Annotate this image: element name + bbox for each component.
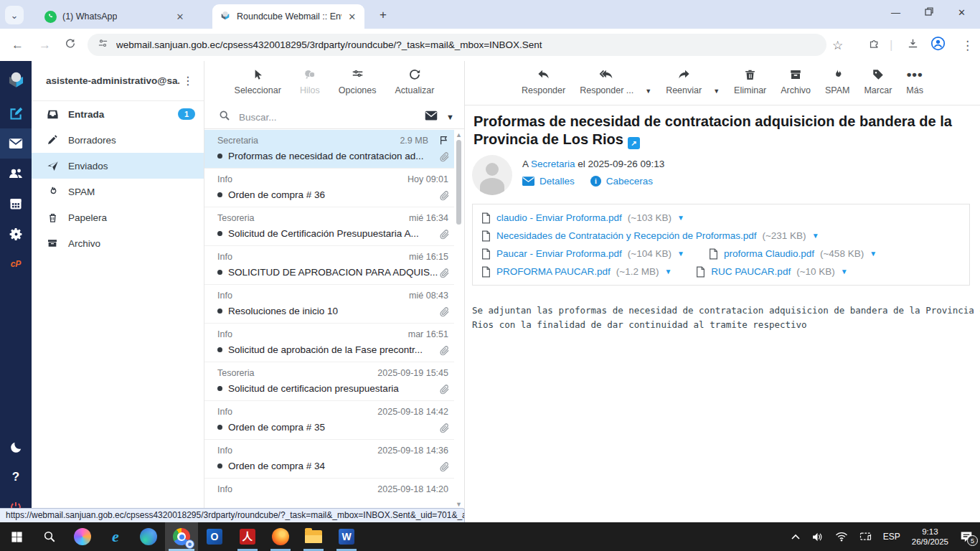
url-text[interactable]: webmail.sanjuan.gob.ec/cpsess4320018295/… — [116, 39, 542, 50]
display-connect-icon[interactable] — [859, 532, 872, 542]
more-button[interactable]: ••• Más — [906, 67, 923, 105]
account-menu-icon[interactable]: ⋮ — [179, 74, 197, 88]
reload-icon[interactable] — [65, 37, 76, 52]
message-row[interactable]: Infomar 16:51 Solicitud de aprobación de… — [204, 324, 454, 362]
mail-icon[interactable] — [0, 128, 32, 159]
language-indicator[interactable]: ESP — [883, 532, 900, 542]
bookmark-star-icon[interactable]: ☆ — [832, 37, 843, 52]
volume-icon[interactable] — [811, 532, 824, 542]
wifi-icon[interactable] — [835, 532, 848, 542]
downloads-icon[interactable] — [907, 37, 919, 53]
help-icon[interactable]: ? — [0, 462, 32, 492]
delete-button[interactable]: Eliminar — [734, 67, 766, 105]
taskbar-acrobat-button[interactable]: 人 — [231, 522, 264, 551]
taskbar-chrome-button[interactable]: ☻ — [165, 522, 198, 551]
search-options-chevron-icon[interactable]: ▼ — [446, 113, 454, 121]
flag-icon[interactable] — [438, 135, 450, 149]
attachment-item[interactable]: proforma Claudio.pdf (~458 KB) ▼ — [709, 248, 877, 260]
tab-close-icon[interactable]: ✕ — [347, 10, 357, 23]
folder-enviados[interactable]: Enviados — [32, 153, 204, 179]
message-row[interactable]: Tesoreria2025-09-19 15:45 Solicitud de c… — [204, 362, 454, 401]
cpanel-icon[interactable]: cP — [0, 249, 32, 279]
attachment-menu-icon[interactable]: ▼ — [677, 250, 684, 258]
taskbar-outlook-button[interactable]: O — [198, 522, 231, 551]
start-button[interactable] — [0, 522, 33, 551]
roundcube-logo[interactable] — [0, 61, 32, 98]
attachment-menu-icon[interactable]: ▼ — [677, 214, 684, 222]
scroll-down-icon[interactable]: ▼ — [456, 501, 462, 508]
site-settings-icon[interactable] — [98, 38, 108, 52]
taskbar-explorer-button[interactable] — [297, 522, 330, 551]
search-bar[interactable]: Buscar... ▼ — [204, 105, 464, 129]
attachment-item[interactable]: PROFORMA PAUCAR.pdf (~1.2 MB) ▼ — [481, 266, 672, 278]
spam-button[interactable]: SPAM — [825, 67, 850, 105]
profile-avatar[interactable] — [930, 36, 946, 55]
internet-explorer-icon[interactable]: e — [99, 522, 132, 551]
mark-button[interactable]: Marcar — [864, 67, 892, 105]
window-close-button[interactable]: ✕ — [958, 7, 966, 18]
tab-close-icon[interactable]: ✕ — [174, 10, 187, 23]
attachment-menu-icon[interactable]: ▼ — [664, 268, 672, 276]
select-button[interactable]: Seleccionar — [235, 67, 281, 105]
folder-borradores[interactable]: Borradores — [32, 127, 204, 153]
refresh-button[interactable]: Actualizar — [395, 67, 435, 105]
reply-all-button[interactable]: Responder ... — [580, 67, 633, 105]
message-row[interactable]: InfoHoy 09:01 Orden de compra # 36 — [204, 169, 454, 207]
settings-gear-icon[interactable] — [0, 219, 32, 249]
headers-toggle[interactable]: i Cabeceras — [590, 176, 653, 187]
calendar-icon[interactable] — [0, 189, 32, 219]
details-toggle[interactable]: Detalles — [522, 176, 575, 187]
copilot-icon[interactable] — [66, 522, 99, 551]
recipient-link[interactable]: Secretaria — [531, 159, 575, 169]
reply-all-dropdown-icon[interactable]: ▼ — [645, 88, 651, 95]
compose-icon[interactable] — [0, 98, 32, 128]
forward-icon[interactable]: → — [39, 38, 51, 52]
message-row[interactable]: Tesoreriamié 16:34 Solicitud de Certific… — [204, 207, 454, 246]
message-row[interactable]: Info2025-09-18 14:36 Orden de compra # 3… — [204, 440, 454, 479]
extensions-icon[interactable] — [868, 37, 880, 53]
folder-papelera[interactable]: Papelera — [32, 204, 204, 230]
attachment-item[interactable]: Necesidades de Contratación y Recepción … — [481, 230, 819, 242]
search-scope-mail-icon[interactable] — [425, 110, 438, 124]
notifications-icon[interactable]: 5 — [960, 531, 973, 542]
archive-button[interactable]: Archivo — [781, 67, 811, 105]
window-restore-button[interactable] — [925, 7, 933, 18]
new-tab-button[interactable]: + — [374, 6, 392, 24]
folder-entrada[interactable]: Entrada 1 — [32, 101, 204, 127]
taskbar-word-button[interactable]: W — [330, 522, 363, 551]
edge-icon[interactable] — [132, 522, 165, 551]
scroll-up-icon[interactable]: ▲ — [456, 131, 462, 138]
forward-dropdown-icon[interactable]: ▼ — [713, 88, 720, 95]
window-minimize-button[interactable]: — — [891, 7, 900, 18]
tab-whatsapp[interactable]: (1) WhatsApp ✕ — [37, 4, 194, 29]
back-icon[interactable]: ← — [11, 38, 24, 52]
options-button[interactable]: Opciones — [339, 67, 377, 105]
attachment-menu-icon[interactable]: ▼ — [812, 232, 819, 240]
attachment-menu-icon[interactable]: ▼ — [870, 250, 877, 258]
tab-roundcube[interactable]: Roundcube Webmail :: Enviados ✕ — [212, 4, 364, 29]
attachment-menu-icon[interactable]: ▼ — [841, 268, 848, 276]
taskbar-firefox-button[interactable] — [264, 522, 297, 551]
threads-button[interactable]: Hilos — [300, 67, 320, 105]
message-row[interactable]: Infomié 16:15 SOLICITUD DE APROBACION PA… — [204, 246, 454, 285]
taskbar-clock[interactable]: 9:13 26/9/2025 — [912, 527, 948, 547]
contacts-icon[interactable] — [0, 159, 32, 189]
tray-chevron-up-icon[interactable] — [791, 534, 800, 540]
url-bar[interactable]: webmail.sanjuan.gob.ec/cpsess4320018295/… — [88, 34, 826, 56]
open-in-new-window-icon[interactable]: ↗ — [628, 137, 640, 149]
list-scrollbar[interactable]: ▲ ▼ — [455, 131, 463, 519]
tab-search-button[interactable]: ⌄ — [5, 6, 24, 24]
folder-spam[interactable]: SPAM — [32, 179, 204, 204]
dark-mode-moon-icon[interactable] — [0, 432, 32, 462]
search-input[interactable]: Buscar... — [239, 112, 416, 123]
message-row[interactable]: Secretaria2.9 MB Proformas de necesidad … — [204, 130, 454, 169]
scrollbar-thumb[interactable] — [456, 140, 461, 225]
reply-button[interactable]: Responder — [522, 67, 565, 105]
folder-archivo[interactable]: Archivo — [32, 230, 204, 256]
attachment-item[interactable]: claudio - Enviar Proforma.pdf (~103 KB) … — [481, 212, 684, 224]
browser-menu-icon[interactable]: ⋮ — [961, 37, 974, 52]
attachment-item[interactable]: Paucar - Enviar Proforma.pdf (~104 KB) ▼ — [481, 248, 684, 260]
message-row[interactable]: Infomié 08:43 Resoluciones de inicio 10 — [204, 285, 454, 324]
forward-button[interactable]: Reenviar — [666, 67, 702, 105]
message-row[interactable]: Info2025-09-18 14:42 Orden de compra # 3… — [204, 401, 454, 440]
